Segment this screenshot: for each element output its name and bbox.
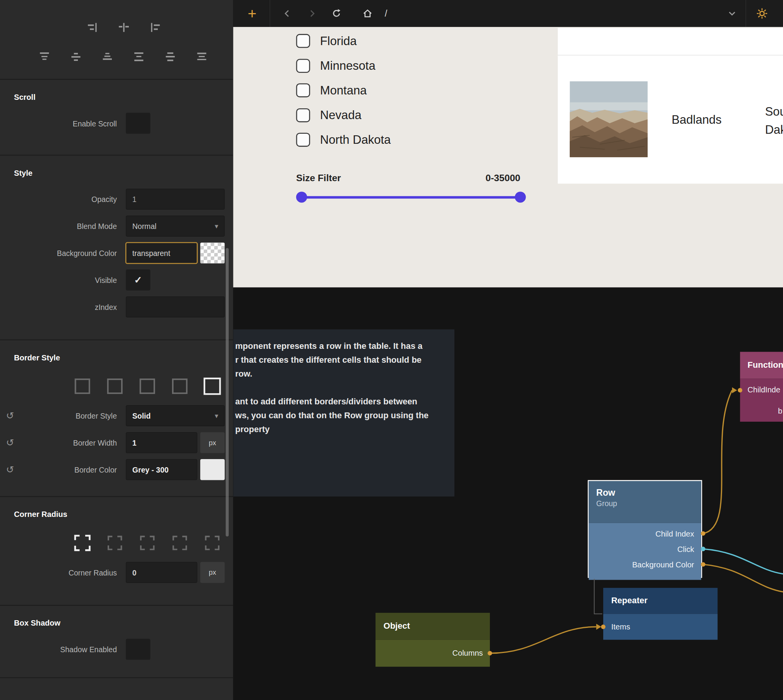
corner-selector [71,527,233,559]
nevada-checkbox[interactable] [296,108,310,122]
wire-click-signal[interactable] [703,549,783,574]
north-dakota-checkbox[interactable] [296,133,310,146]
border-color-swatch[interactable] [200,459,224,480]
montana-checkbox[interactable] [296,83,310,97]
node-port-click[interactable]: Click [589,542,701,557]
home-button[interactable] [362,8,373,19]
node-title: Repeater [611,596,648,606]
table-cell-state: South Dakota [765,103,783,139]
corner-radius-input[interactable] [126,562,197,583]
tooltip-line: ant to add different borders/dividers be… [235,395,446,409]
background-color-swatch[interactable] [200,242,224,263]
border-left-icon-selected[interactable] [201,375,223,397]
list-item: Nevada [296,108,391,122]
shadow-enabled-checkbox[interactable] [126,639,150,660]
results-table: Badlands South Dakota [558,28,783,184]
reset-border-width-button[interactable]: ↺ [6,437,14,448]
border-bottom-icon[interactable] [169,375,191,397]
border-section-title: Border Style [14,353,233,362]
node-port-columns[interactable]: Columns [452,649,483,658]
border-width-input[interactable] [126,432,197,453]
shadow-section-title: Box Shadow [14,619,233,628]
checkbox-label: Florida [320,34,357,48]
corner-top-right-icon[interactable] [136,532,158,554]
node-port-child-index[interactable]: Child Index [589,526,701,542]
home-icon [362,8,373,19]
debug-button[interactable] [756,7,768,19]
florida-checkbox[interactable] [296,34,310,48]
border-style-label: Border Style [0,411,117,420]
object-node[interactable]: Object Columns [376,613,490,667]
node-port-items[interactable]: Items [611,622,630,631]
align-right-icon[interactable] [86,21,99,34]
url-path[interactable]: / [385,8,387,19]
corner-top-left-icon[interactable] [104,532,126,554]
refresh-button[interactable] [331,8,342,19]
border-top-icon[interactable] [104,375,126,397]
node-help-tooltip: mponent represents a row in the table. I… [233,329,455,496]
background-color-input[interactable] [126,242,197,263]
align-bottom-icon[interactable] [101,50,114,64]
checkbox-label: Montana [320,83,367,97]
checkbox-label: Nevada [320,108,361,122]
align-top-icon[interactable] [38,50,51,64]
blend-mode-select[interactable]: Normal ▾ [126,215,224,236]
tooltip-line: mponent represents a row in the table. I… [235,339,446,353]
forward-button[interactable] [307,8,317,19]
wire-columns-to-items[interactable] [490,627,596,653]
zindex-input[interactable] [126,296,224,317]
reset-border-style-button[interactable]: ↺ [6,410,14,422]
border-color-input[interactable] [126,459,197,480]
corner-all-icon-selected[interactable] [71,532,93,554]
reset-border-color-button[interactable]: ↺ [6,464,14,475]
corner-radius-unit[interactable]: px [200,562,224,583]
node-port-background-color[interactable]: Background Color [589,557,701,572]
tooltip-line: ws, you can do that on the Row group usi… [235,409,446,422]
chevron-right-icon [310,10,314,17]
node-port-childindex[interactable]: ChildInde [740,379,783,400]
badlands-photo [570,81,648,157]
border-width-unit[interactable]: px [200,432,224,453]
visible-checkbox[interactable]: ✓ [126,269,150,290]
node-title: Object [383,621,410,631]
slider-track[interactable] [302,196,520,198]
row-group-node-selected[interactable]: Row Group Child Index Click Background C… [588,480,702,578]
border-right-icon[interactable] [136,375,158,397]
function-node[interactable]: Function ChildInde b [740,352,783,422]
border-all-sides-icon[interactable] [71,375,93,397]
align-left-icon[interactable] [149,21,162,34]
wire-arrow-icon [732,387,737,394]
alignment-row-horizontal [86,21,162,34]
node-title: Row [596,488,701,498]
shadow-section: Box Shadow Shadow Enabled [0,606,233,678]
panel-scrollbar[interactable] [226,248,229,536]
slider-handle-min[interactable] [296,192,307,202]
refresh-icon [331,8,342,19]
align-center-horizontal-icon[interactable] [117,21,130,34]
add-button[interactable]: + [245,5,259,21]
border-style-select[interactable]: Solid ▾ [126,405,224,426]
tooltip-line: row. [235,367,446,381]
wire-childindex-to-function[interactable] [703,390,732,533]
debug-icon [756,7,768,19]
stretch-vertical-icon[interactable] [195,50,208,64]
distribute-vertical-icon[interactable] [132,50,145,64]
slider-handle-max[interactable] [515,192,526,202]
table-cell-name: Badlands [672,113,722,127]
corner-bottom-right-icon[interactable] [169,532,191,554]
opacity-input[interactable] [126,188,224,209]
repeater-node[interactable]: Repeater Items [603,588,717,640]
visible-label: Visible [0,276,117,284]
node-graph-canvas[interactable]: mponent represents a row in the table. I… [233,288,783,700]
alignment-toolbar [0,0,233,80]
preview-dropdown-button[interactable] [727,8,737,19]
node-port[interactable]: b [740,400,783,422]
enable-scroll-checkbox[interactable] [126,113,150,134]
enable-scroll-label: Enable Scroll [0,119,117,128]
minnesota-checkbox[interactable] [296,59,310,72]
corner-bottom-left-icon[interactable] [201,532,223,554]
space-between-vertical-icon[interactable] [164,50,177,64]
check-icon: ✓ [134,274,142,286]
back-button[interactable] [282,8,292,19]
align-middle-icon[interactable] [69,50,83,64]
